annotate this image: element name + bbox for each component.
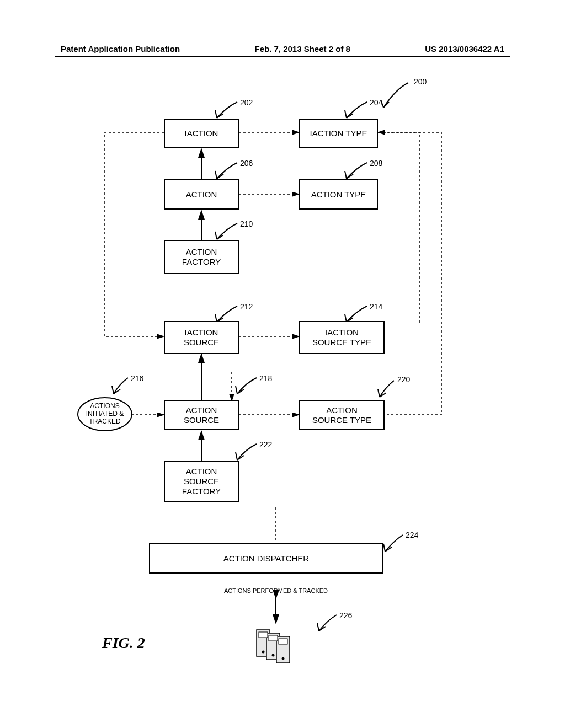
ref-222: 222 — [259, 440, 272, 449]
box-action: ACTION — [164, 179, 239, 210]
ref-224: 224 — [406, 531, 418, 539]
box-action-source: ACTION SOURCE — [164, 400, 239, 430]
header-right: US 2013/0036422 A1 — [425, 44, 504, 53]
diagram-canvas: IACTION IACTION TYPE ACTION ACTION TYPE … — [55, 72, 510, 689]
header-rule — [55, 56, 510, 57]
bubble-actions-initiated-tracked: ACTIONS INITIATED & TRACKED — [77, 397, 132, 431]
box-action-source-factory: ACTION SOURCE FACTORY — [164, 461, 239, 502]
box-action-type: ACTION TYPE — [299, 179, 378, 210]
box-action-factory: ACTION FACTORY — [164, 240, 239, 274]
ref-212: 212 — [240, 302, 253, 311]
box-action-dispatcher: ACTION DISPATCHER — [149, 543, 383, 574]
ref-208: 208 — [370, 159, 382, 168]
ref-206: 206 — [240, 159, 253, 168]
connectors-svg — [55, 72, 510, 689]
box-action-source-type: ACTION SOURCE TYPE — [299, 400, 385, 430]
box-iaction-source: IACTION SOURCE — [164, 321, 239, 354]
ref-210: 210 — [240, 220, 253, 228]
ref-216: 216 — [131, 374, 143, 383]
header-left: Patent Application Publication — [61, 44, 180, 53]
ref-218: 218 — [259, 374, 272, 383]
box-iaction: IACTION — [164, 119, 239, 148]
header-mid: Feb. 7, 2013 Sheet 2 of 8 — [254, 44, 350, 53]
box-iaction-type: IACTION TYPE — [299, 119, 378, 148]
ref-226: 226 — [339, 611, 352, 620]
figure-label: FIG. 2 — [102, 634, 145, 652]
note-actions-performed-tracked: ACTIONS PERFORMED & TRACKED — [215, 587, 337, 594]
box-iaction-source-type: IACTION SOURCE TYPE — [299, 321, 385, 354]
ref-200: 200 — [414, 77, 427, 86]
server-cluster-icon — [257, 623, 295, 667]
ref-214: 214 — [370, 302, 382, 311]
ref-204: 204 — [370, 98, 382, 107]
ref-202: 202 — [240, 98, 253, 107]
ref-220: 220 — [397, 375, 410, 384]
